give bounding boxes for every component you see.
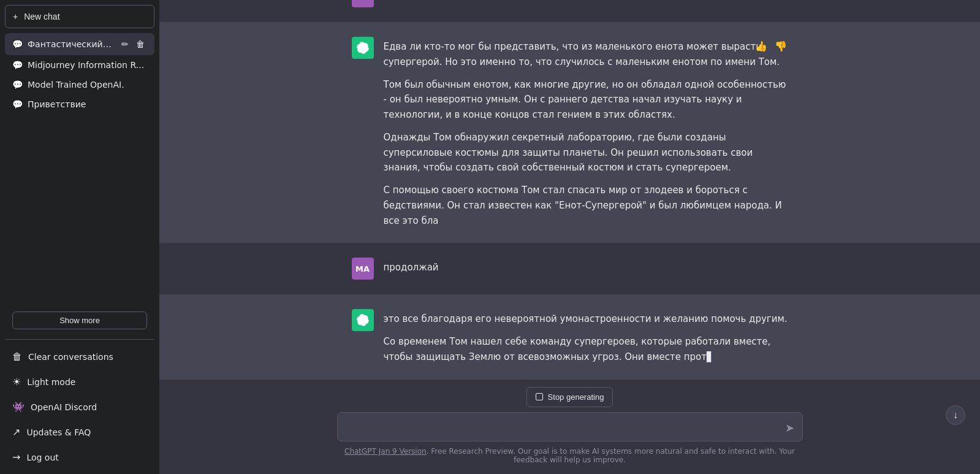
light-icon: ☀: [12, 376, 21, 388]
assistant-paragraph: это все благодаря его невероятной умонас…: [384, 312, 788, 327]
sidebar: + New chat 💬 Фантастический расск... ✏ 🗑…: [0, 0, 159, 474]
message-text: это все благодаря его невероятной умонас…: [384, 309, 788, 364]
ai-avatar: [352, 309, 374, 331]
input-wrapper: Stop generating ➤: [337, 387, 803, 444]
sidebar-bottom-item-clear[interactable]: 🗑 Clear conversations: [5, 345, 154, 369]
sidebar-conversation-item[interactable]: 💬 Приветствие: [5, 94, 154, 114]
assistant-paragraph: Том был обычным енотом, как многие други…: [384, 77, 788, 123]
user-avatar: MA: [352, 0, 374, 7]
assistant-paragraph: С помощью своего костюма Том стал спасат…: [384, 183, 788, 228]
assistant-paragraph: Однажды Том обнаружил секретный лаборато…: [384, 130, 788, 175]
footer-text: ChatGPT Jan 9 Version. Free Research Pre…: [337, 443, 803, 469]
conversation-actions: ✏ 🗑: [119, 38, 147, 50]
sidebar-bottom-item-logout[interactable]: → Log out: [5, 445, 154, 469]
footer-description: . Free Research Preview. Our goal is to …: [427, 447, 795, 464]
send-button[interactable]: ➤: [783, 419, 797, 437]
sidebar-bottom-item-discord[interactable]: 👾 OpenAI Discord: [5, 395, 154, 419]
sidebar-divider: [5, 339, 154, 340]
conversation-title: Фантастический расск...: [28, 39, 114, 49]
conversation-title: Model Trained OpenAI.: [28, 80, 147, 90]
assistant-paragraph: Едва ли кто-то мог бы представить, что и…: [384, 39, 788, 70]
chat-icon: 💬: [12, 60, 23, 70]
plus-icon: +: [13, 12, 18, 21]
ai-avatar: [352, 37, 374, 59]
chat-input[interactable]: [337, 412, 803, 442]
logout-icon: →: [12, 451, 20, 463]
message-block-msg-3: MA продолжай: [159, 243, 980, 294]
message-block-msg-1: MA Напиши фантастический рассказ о мален…: [159, 0, 980, 22]
sidebar-conversation-item[interactable]: 💬 Фантастический расск... ✏ 🗑: [5, 33, 154, 55]
sidebar-bottom-item-faq[interactable]: ↗ Updates & FAQ: [5, 420, 154, 444]
input-area: Stop generating ➤ ChatGPT Jan 9 Version.…: [159, 380, 980, 475]
conversation-title: Приветствие: [28, 99, 147, 109]
new-chat-label: New chat: [24, 12, 59, 21]
stop-generating-wrapper: Stop generating: [337, 387, 803, 407]
main-content: MA Напиши фантастический рассказ о мален…: [159, 0, 980, 474]
sidebar-conversation-item[interactable]: 💬 Midjourney Information Reque...: [5, 55, 154, 75]
scroll-to-bottom-button[interactable]: ↓: [946, 405, 965, 425]
new-chat-button[interactable]: + New chat: [5, 5, 154, 28]
conversation-title: Midjourney Information Reque...: [28, 60, 147, 70]
message-text: Напиши фантастический рассказ о маленько…: [384, 0, 788, 3]
clear-icon: 🗑: [12, 351, 22, 362]
chat-container: MA Напиши фантастический рассказ о мален…: [159, 0, 980, 380]
clear-label: Clear conversations: [28, 352, 113, 362]
assistant-paragraph: Со временем Том нашел себе команду супер…: [384, 334, 788, 365]
delete-conversation-button[interactable]: 🗑: [134, 38, 147, 50]
light-label: Light mode: [27, 377, 75, 387]
thumbs-down-button[interactable]: 👎: [773, 39, 788, 53]
sidebar-bottom-item-light[interactable]: ☀ Light mode: [5, 370, 154, 394]
stop-icon: [536, 393, 543, 400]
chat-icon: 💬: [12, 39, 23, 49]
message-block-msg-2: Едва ли кто-то мог бы представить, что и…: [159, 22, 980, 243]
conversations-list: 💬 Фантастический расск... ✏ 🗑 💬 Midjourn…: [5, 33, 154, 309]
chatgpt-version-link[interactable]: ChatGPT Jan 9 Version: [344, 447, 427, 456]
chat-icon: 💬: [12, 99, 23, 109]
message-text: продолжай: [384, 258, 788, 275]
stop-generating-button[interactable]: Stop generating: [526, 387, 613, 407]
stop-generating-label: Stop generating: [548, 392, 604, 402]
show-more-button[interactable]: Show more: [12, 312, 147, 329]
thumbs-up-button[interactable]: 👍: [754, 39, 769, 53]
chat-icon: 💬: [12, 80, 23, 90]
user-avatar: MA: [352, 258, 374, 280]
message-block-msg-4: это все благодаря его невероятной умонас…: [159, 294, 980, 379]
faq-label: Updates & FAQ: [26, 427, 91, 437]
faq-icon: ↗: [12, 426, 20, 438]
discord-label: OpenAI Discord: [31, 402, 97, 412]
message-actions: 👍 👎: [754, 39, 788, 53]
sidebar-bottom: 🗑 Clear conversations ☀ Light mode 👾 Ope…: [5, 345, 154, 469]
logout-label: Log out: [26, 453, 58, 462]
message-text: Едва ли кто-то мог бы представить, что и…: [384, 37, 788, 228]
discord-icon: 👾: [12, 401, 25, 413]
sidebar-conversation-item[interactable]: 💬 Model Trained OpenAI.: [5, 75, 154, 94]
edit-conversation-button[interactable]: ✏: [119, 38, 131, 50]
